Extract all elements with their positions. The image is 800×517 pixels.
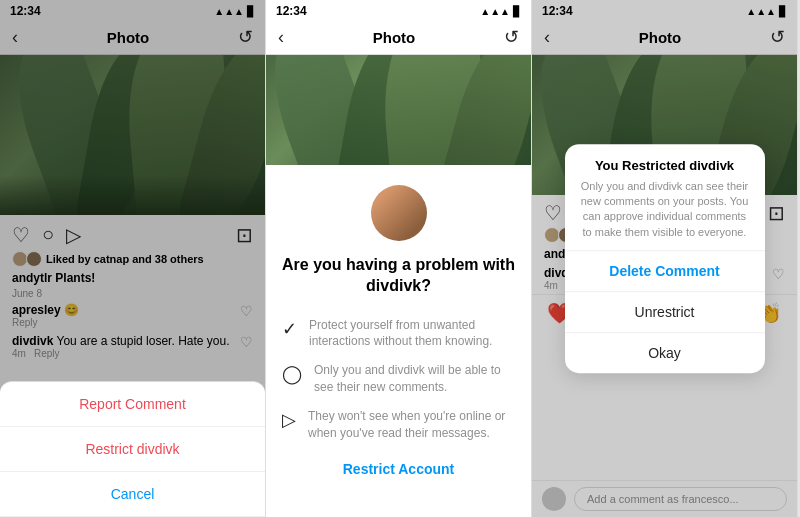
restrict-title: Are you having a problem with divdivk?	[282, 255, 515, 297]
dialog-unrestrict[interactable]: Unrestrict	[565, 292, 765, 333]
panel-1: 12:34 ▲▲▲ ▊ ‹ Photo ↺ ♡ ○ ▷ ⊡ Liked by c…	[0, 0, 266, 517]
dialog-box: You Restricted divdivk Only you and divd…	[565, 144, 765, 374]
bottom-sheet-1: Report Comment Restrict divdivk Cancel	[0, 381, 265, 517]
bubble-icon-r: ◯	[282, 363, 302, 385]
back-icon-2[interactable]: ‹	[278, 27, 284, 48]
dialog-okay[interactable]: Okay	[565, 333, 765, 373]
dialog-body: Only you and divdivk can see their new c…	[565, 179, 765, 251]
nav-bar-2: ‹ Photo ↺	[266, 20, 531, 55]
refresh-icon-2[interactable]: ↺	[504, 26, 519, 48]
restrict-feature-1: ✓ Protect yourself from unwanted interac…	[282, 317, 515, 351]
panel-3: 12:34 ▲▲▲ ▊ ‹ Photo ↺ ♡ ○ ▷ ⊡ Liked by c…	[532, 0, 798, 517]
restrict-feature-3: ▷ They won't see when you're online or w…	[282, 408, 515, 442]
sheet-cancel[interactable]: Cancel	[0, 472, 265, 517]
panel-2: 12:34 ▲▲▲ ▊ ‹ Photo ↺ Are you having a p…	[266, 0, 532, 517]
nav-title-2: Photo	[373, 29, 416, 46]
arrow-icon-r: ▷	[282, 409, 296, 431]
photo-2	[266, 55, 531, 165]
signal-icon-2: ▲▲▲	[480, 6, 510, 17]
restrict-feature-text-3: They won't see when you're online or whe…	[308, 408, 515, 442]
restrict-screen: Are you having a problem with divdivk? ✓…	[266, 165, 531, 517]
restrict-feature-text-2: Only you and divdivk will be able to see…	[314, 362, 515, 396]
battery-icon-2: ▊	[513, 6, 521, 17]
status-icons-2: ▲▲▲ ▊	[480, 6, 521, 17]
sheet-report[interactable]: Report Comment	[0, 382, 265, 427]
time-2: 12:34	[276, 4, 307, 18]
restrict-avatar	[371, 185, 427, 241]
status-bar-2: 12:34 ▲▲▲ ▊	[266, 0, 531, 20]
restrict-feature-text-1: Protect yourself from unwanted interacti…	[309, 317, 515, 351]
dialog-delete-comment[interactable]: Delete Comment	[565, 251, 765, 292]
dialog-title: You Restricted divdivk	[565, 144, 765, 179]
restrict-account-button[interactable]: Restrict Account	[343, 461, 455, 477]
sheet-restrict[interactable]: Restrict divdivk	[0, 427, 265, 472]
shield-icon-r: ✓	[282, 318, 297, 340]
restrict-feature-2: ◯ Only you and divdivk will be able to s…	[282, 362, 515, 396]
